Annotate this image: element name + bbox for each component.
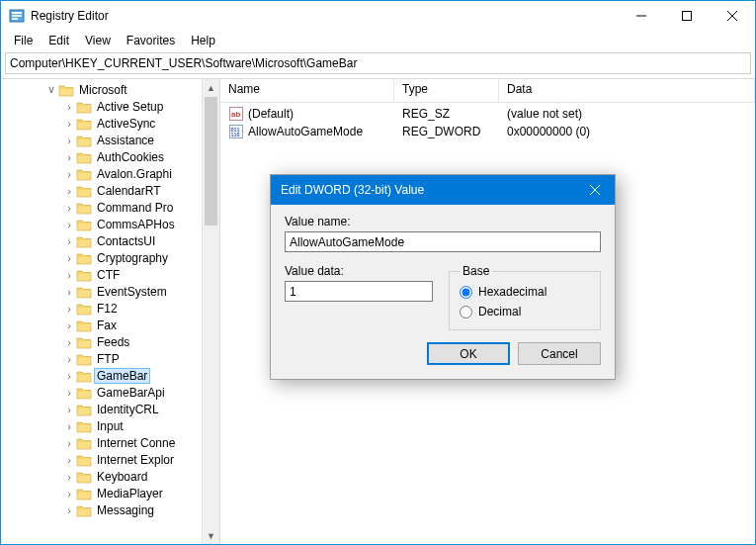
tree-node[interactable]: › IdentityCRL [5,401,219,417]
tree-node[interactable]: › Internet Explor [5,451,219,468]
expand-icon[interactable]: › [62,353,76,365]
folder-icon [76,436,92,450]
expand-icon[interactable]: › [62,269,76,281]
collapse-icon[interactable]: ∨ [44,83,58,96]
menu-favorites[interactable]: Favorites [120,33,182,48]
tree-node[interactable]: › MediaPlayer [5,485,219,501]
folder-icon [76,470,92,484]
column-header-data[interactable]: Data [499,79,755,102]
tree-node[interactable]: › CommsAPHos [5,216,219,232]
expand-icon[interactable]: › [62,488,76,500]
column-header-name[interactable]: Name [220,79,394,102]
expand-icon[interactable]: › [62,101,76,113]
tree-node[interactable]: › Internet Conne [5,434,219,451]
expand-icon[interactable]: › [62,387,76,399]
svg-text:110: 110 [231,132,240,137]
expand-icon[interactable]: › [62,235,76,247]
tree-scroll-up[interactable]: ▲ [203,79,219,96]
expand-icon[interactable]: › [62,135,76,146]
value-type: REG_SZ [394,107,499,121]
expand-icon[interactable]: › [62,437,76,449]
folder-icon [76,403,92,416]
folder-icon [76,503,92,517]
expand-icon[interactable]: › [62,151,76,163]
value-name: (Default) [248,107,294,121]
tree-label: AuthCookies [95,150,166,164]
folder-icon [76,167,92,181]
tree-node[interactable]: › Input [5,417,219,434]
column-header-type[interactable]: Type [394,79,499,102]
tree-label: Cryptography [95,251,170,265]
folder-icon [76,251,92,265]
tree-label: F12 [95,302,120,316]
tree-node[interactable]: › GameBar [5,367,219,384]
tree-node[interactable]: › ContactsUI [5,232,219,249]
tree-node[interactable]: › GameBarApi [5,384,219,401]
content-area: ▲ ▼ ∨ Microsoft› Active Setup› ActiveSyn… [1,78,755,544]
expand-icon[interactable]: › [62,303,76,315]
folder-icon [76,268,92,282]
tree-label: Microsoft [77,83,129,97]
expand-icon[interactable]: › [62,504,76,516]
tree-label: Feeds [95,335,131,349]
tree-label: Fax [95,318,119,332]
tree-label: IdentityCRL [95,403,161,416]
tree-node[interactable]: › EventSystem [5,283,219,300]
expand-icon[interactable]: › [62,286,76,298]
tree-node[interactable]: › FTP [5,350,219,367]
tree-node[interactable]: › Avalon.Graphi [5,165,219,182]
folder-icon [76,302,92,316]
menu-view[interactable]: View [78,33,118,48]
svg-rect-5 [683,12,692,21]
tree-node[interactable]: › Command Pro [5,199,219,216]
value-row[interactable]: 011 110 AllowAutoGameModeREG_DWORD0x0000… [220,123,755,140]
window-close-button[interactable] [710,1,755,31]
expand-icon[interactable]: › [62,168,76,180]
tree-node[interactable]: › Feeds [5,333,219,350]
tree-node[interactable]: › Active Setup [5,98,219,115]
folder-icon [76,453,92,467]
address-text: Computer\HKEY_CURRENT_USER\Software\Micr… [10,56,357,70]
expand-icon[interactable]: › [62,404,76,415]
tree-scroll-down[interactable]: ▼ [203,527,219,544]
expand-icon[interactable]: › [62,471,76,483]
tree-label: Keyboard [95,470,149,484]
expand-icon[interactable]: › [62,420,76,432]
value-row[interactable]: ab (Default)REG_SZ(value not set) [220,105,755,123]
expand-icon[interactable]: › [62,185,76,197]
tree-node[interactable]: › Keyboard [5,468,219,485]
minimize-button[interactable] [619,1,664,31]
tree-node[interactable]: › Messaging [5,501,219,518]
tree-node[interactable]: › AuthCookies [5,148,219,165]
tree-node[interactable]: › Fax [5,317,219,333]
tree-node[interactable]: › ActiveSync [5,115,219,132]
menu-file[interactable]: File [7,33,40,48]
tree-node-parent[interactable]: ∨ Microsoft [5,81,219,98]
expand-icon[interactable]: › [62,370,76,382]
tree-label: Assistance [95,134,156,147]
tree-label: Messaging [95,503,156,517]
folder-icon [76,369,92,383]
menubar: File Edit View Favorites Help [1,31,755,50]
expand-icon[interactable]: › [62,118,76,130]
tree-node[interactable]: › Assistance [5,132,219,148]
menu-help[interactable]: Help [184,33,222,48]
expand-icon[interactable]: › [62,454,76,466]
tree-label: CommsAPHos [95,218,177,231]
address-bar[interactable]: Computer\HKEY_CURRENT_USER\Software\Micr… [5,52,751,74]
tree-scroll-thumb[interactable] [205,97,217,226]
folder-icon [76,386,92,400]
tree-node[interactable]: › F12 [5,300,219,317]
tree-node[interactable]: › CalendarRT [5,182,219,199]
tree-node[interactable]: › CTF [5,266,219,283]
expand-icon[interactable]: › [62,336,76,348]
expand-icon[interactable]: › [62,252,76,264]
expand-icon[interactable]: › [62,319,76,331]
maximize-button[interactable] [664,1,710,31]
folder-icon [76,201,92,215]
value-data: (value not set) [499,107,755,121]
expand-icon[interactable]: › [62,219,76,230]
expand-icon[interactable]: › [62,202,76,214]
tree-node[interactable]: › Cryptography [5,249,219,266]
menu-edit[interactable]: Edit [42,33,76,48]
